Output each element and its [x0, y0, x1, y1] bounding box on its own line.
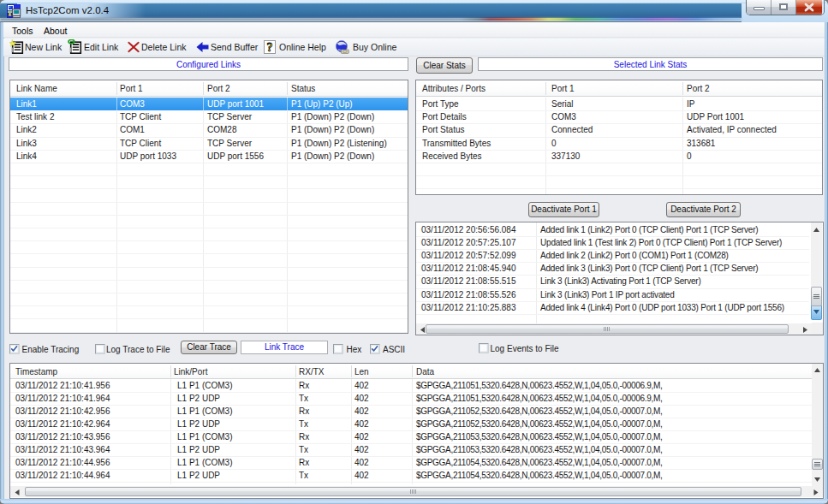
svg-text:?: ? — [267, 41, 273, 54]
